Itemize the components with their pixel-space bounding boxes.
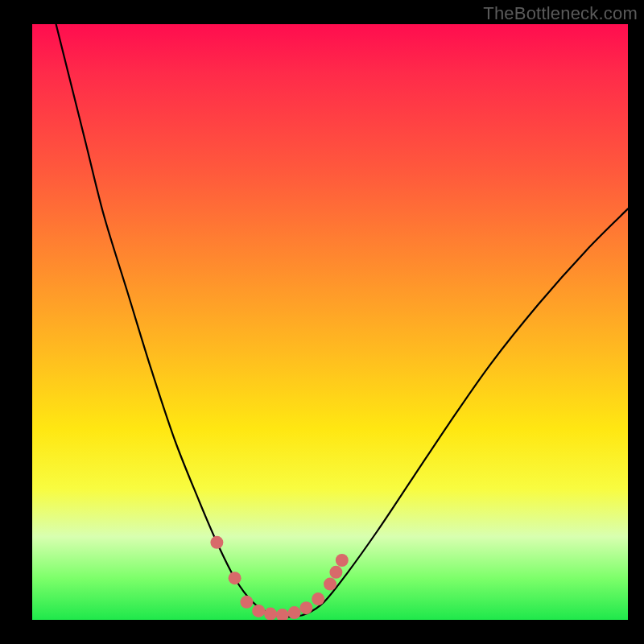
- chart-frame: TheBottleneck.com: [0, 0, 644, 644]
- plot-background: [32, 24, 628, 620]
- watermark-text: TheBottleneck.com: [483, 3, 638, 24]
